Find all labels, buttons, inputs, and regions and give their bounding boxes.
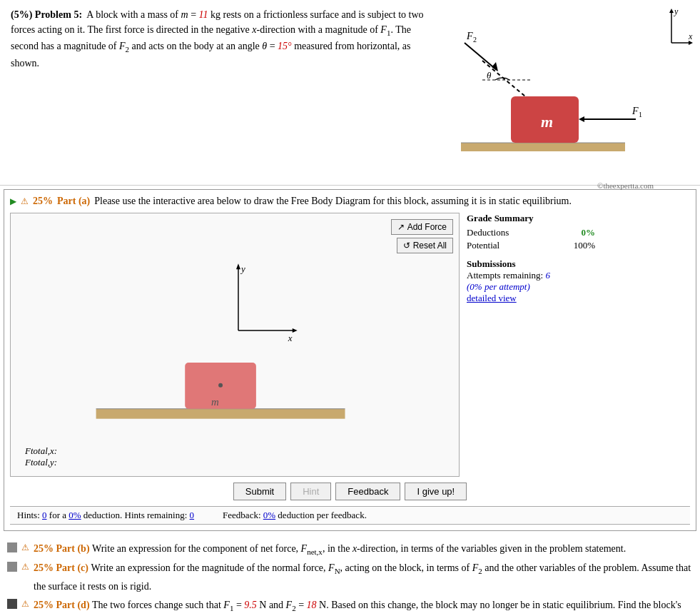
part-a-content: ↗ Add Force ↺ Reset All y x xyxy=(10,213,690,477)
part-a-description: Please use the interactive area below to… xyxy=(94,196,572,207)
main-container: y x (5%) Problem 5: A block with a mass … xyxy=(0,0,700,616)
part-d-label: Part (d) xyxy=(56,600,93,610)
svg-text:y: y xyxy=(674,7,679,16)
submissions-section: Submissions Attempts remaining: 6 (0% pe… xyxy=(467,258,595,304)
part-b-label: Part (b) xyxy=(56,543,93,554)
svg-marker-11 xyxy=(579,116,584,122)
submit-button[interactable]: Submit xyxy=(233,483,286,500)
svg-text:θ: θ xyxy=(487,70,492,81)
copyright-text: ©theexpertta.com xyxy=(418,181,654,190)
hints-label: Hints: xyxy=(17,510,40,520)
svg-text:m: m xyxy=(541,113,553,131)
svg-text:F: F xyxy=(631,106,639,116)
hints-row: Hints: 0 for a 0% deduction. Hints remai… xyxy=(10,506,690,525)
part-a-header: ▶ ⚠ 25% Part (a) Please use the interact… xyxy=(10,196,690,207)
attempts-value: 6 xyxy=(545,270,550,281)
part-c-percent: 25% xyxy=(34,562,54,573)
feedback-suffix: deduction per feedback. xyxy=(278,510,367,520)
svg-text:y: y xyxy=(240,263,245,274)
svg-marker-22 xyxy=(236,263,240,269)
svg-text:m: m xyxy=(211,396,219,408)
coordinate-axes-diagram: y x xyxy=(664,7,693,46)
potential-value: 100% xyxy=(574,240,595,251)
submissions-title: Submissions xyxy=(467,258,595,270)
grade-summary-title: Grade Summary xyxy=(467,213,595,224)
part-c-warning-icon: ⚠ xyxy=(21,560,29,574)
problem-text: (5%) Problem 5: A block with a mass of m… xyxy=(11,7,439,71)
feedback-button[interactable]: Feedback xyxy=(335,483,400,500)
give-up-button[interactable]: I give up! xyxy=(405,483,467,500)
part-a-section: ▶ ⚠ 25% Part (a) Please use the interact… xyxy=(4,189,696,531)
potential-row: Potential 100% xyxy=(467,240,595,251)
ftotal-x-label: Ftotal,x: xyxy=(25,445,57,457)
action-buttons: Submit Hint Feedback I give up! xyxy=(10,477,690,506)
deductions-label: Deductions xyxy=(467,227,509,238)
svg-line-15 xyxy=(465,43,497,70)
part-d-warning-icon: ⚠ xyxy=(21,597,29,611)
part-a-percent: 25% xyxy=(33,196,53,207)
svg-text:1: 1 xyxy=(639,111,642,118)
hints-remaining-link[interactable]: 0 xyxy=(190,510,195,520)
svg-text:x: x xyxy=(288,333,293,343)
ftotal-y-label: Ftotal,y: xyxy=(25,457,57,468)
part-d-row: ⚠ 25% Part (d) The two forces change suc… xyxy=(7,597,693,616)
part-b-row: ⚠ 25% Part (b) Write an expression for t… xyxy=(7,540,693,558)
feedback-pct-link[interactable]: 0% xyxy=(263,510,275,520)
svg-rect-27 xyxy=(96,409,345,419)
physics-diagram: m F 1 F 2 θ xyxy=(418,21,661,178)
feedback-text: Feedback: 0% deduction per feedback. xyxy=(223,510,367,521)
part-a-label: Part (a) xyxy=(57,196,90,207)
attempts-remaining: Attempts remaining: 6 xyxy=(467,270,595,281)
part-b-square-icon xyxy=(7,542,17,552)
problem-section: y x (5%) Problem 5: A block with a mass … xyxy=(0,0,700,186)
grade-summary: Grade Summary Deductions 0% Potential 10… xyxy=(467,213,595,477)
part-c-square-icon xyxy=(7,562,17,572)
part-d-square-icon xyxy=(7,599,17,609)
attempts-label: Attempts remaining: xyxy=(467,270,543,281)
interactive-area[interactable]: ↗ Add Force ↺ Reset All y x xyxy=(10,213,460,477)
hints-deduction-pct-link[interactable]: 0% xyxy=(69,510,81,520)
part-c-row: ⚠ 25% Part (c) Write an expression for t… xyxy=(7,560,693,595)
svg-rect-6 xyxy=(461,143,625,151)
svg-marker-25 xyxy=(293,328,298,333)
part-b-text: 25% Part (b) Write an expression for the… xyxy=(34,540,626,558)
detailed-view-link[interactable]: detailed view xyxy=(467,293,517,303)
hints-deduction-suffix: deduction. Hints remaining: xyxy=(83,510,190,520)
per-attempt: (0% per attempt) xyxy=(467,281,595,293)
part-d-text: 25% Part (d) The two forces change such … xyxy=(34,597,693,616)
canvas-svg: y x m xyxy=(11,213,459,476)
svg-text:F: F xyxy=(466,31,473,41)
deductions-value: 0% xyxy=(582,227,596,238)
play-icon: ▶ xyxy=(10,196,16,207)
svg-point-30 xyxy=(218,383,223,388)
hints-count-link[interactable]: 0 xyxy=(42,510,47,520)
part-c-text: 25% Part (c) Write an expression for the… xyxy=(34,560,693,595)
svg-text:x: x xyxy=(688,31,693,41)
feedback-label: Feedback: xyxy=(223,510,260,520)
part-d-percent: 25% xyxy=(34,600,54,610)
deductions-row: Deductions 0% xyxy=(467,227,595,238)
svg-marker-1 xyxy=(669,9,674,13)
ftotal-labels: Ftotal,x: Ftotal,y: xyxy=(18,441,64,473)
other-parts: ⚠ 25% Part (b) Write an expression for t… xyxy=(0,535,700,616)
part-b-percent: 25% xyxy=(34,543,54,554)
hint-button[interactable]: Hint xyxy=(290,483,331,500)
svg-text:2: 2 xyxy=(473,36,477,44)
problem-header: (5%) Problem 5: xyxy=(11,9,82,20)
hints-text: Hints: 0 for a 0% deduction. Hints remai… xyxy=(17,510,194,521)
part-b-warning-icon: ⚠ xyxy=(21,540,29,555)
hints-deduction-text: for a xyxy=(49,510,69,520)
potential-label: Potential xyxy=(467,240,499,251)
part-c-label: Part (c) xyxy=(56,562,91,573)
warning-icon: ⚠ xyxy=(21,196,29,207)
